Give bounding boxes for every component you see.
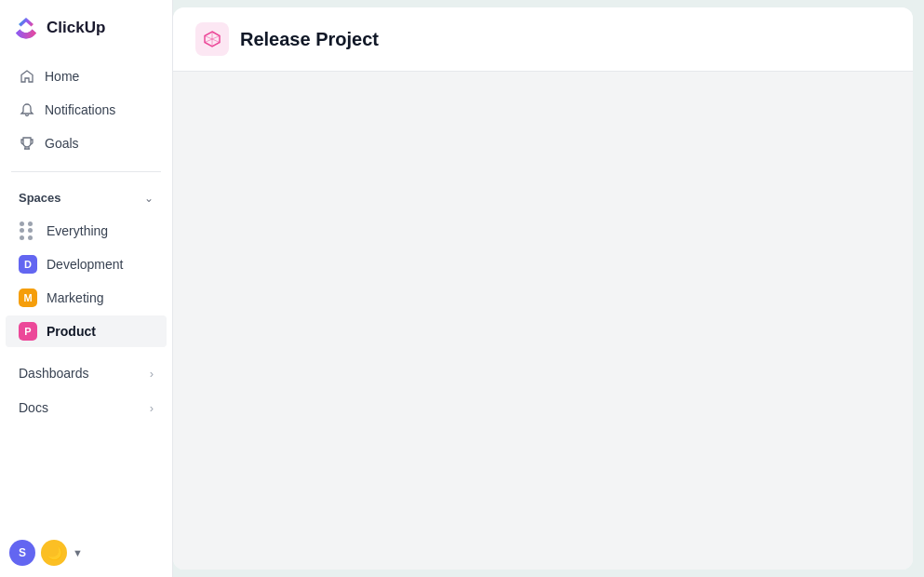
trophy-icon <box>19 135 35 152</box>
product-label: Product <box>47 324 96 339</box>
everything-label: Everything <box>47 223 108 238</box>
docs-label: Docs <box>19 400 48 415</box>
docs-left: Docs <box>19 400 48 415</box>
user-chevron-icon: ▼ <box>73 547 83 558</box>
main-body <box>173 72 913 570</box>
sidebar-item-notifications[interactable]: Notifications <box>6 94 167 126</box>
bottom-section: Dashboards › Docs › <box>0 356 172 425</box>
project-icon <box>195 22 229 56</box>
sidebar-item-marketing[interactable]: M Marketing <box>6 282 167 314</box>
development-avatar: D <box>19 255 37 274</box>
dashboards-left: Dashboards <box>19 366 89 381</box>
spaces-section-header[interactable]: Spaces ⌄ <box>6 183 167 212</box>
sidebar-item-notifications-label: Notifications <box>45 102 115 117</box>
user-status-emoji: 🌙 <box>41 540 67 566</box>
nav-section: Home Notifications Goals <box>0 56 172 164</box>
project-title: Release Project <box>240 29 379 50</box>
spaces-label: Spaces <box>19 191 61 205</box>
sidebar-item-development[interactable]: D Development <box>6 248 167 280</box>
sidebar-item-docs[interactable]: Docs › <box>6 391 167 424</box>
app-name: ClickUp <box>47 19 105 37</box>
sidebar-item-home[interactable]: Home <box>6 60 167 92</box>
clickup-logo-icon <box>13 15 39 41</box>
chevron-right-docs-icon: › <box>150 401 154 415</box>
main-content: Release Project <box>173 7 913 570</box>
development-label: Development <box>47 257 124 272</box>
logo-area[interactable]: ClickUp <box>0 0 172 56</box>
product-avatar: P <box>19 322 37 341</box>
dashboards-label: Dashboards <box>19 366 89 381</box>
sidebar-item-home-label: Home <box>45 69 79 84</box>
sidebar-item-dashboards[interactable]: Dashboards › <box>6 356 167 390</box>
user-avatar: S <box>9 540 35 566</box>
user-area[interactable]: S 🌙 ▼ <box>9 540 83 566</box>
marketing-label: Marketing <box>47 290 103 305</box>
marketing-avatar: M <box>19 288 37 307</box>
sidebar-item-everything[interactable]: Everything <box>6 215 167 247</box>
main-header: Release Project <box>173 7 913 72</box>
grid-icon <box>19 221 37 240</box>
chevron-down-icon: ⌄ <box>144 192 154 205</box>
sidebar-item-goals[interactable]: Goals <box>6 127 167 159</box>
sidebar-item-product[interactable]: P Product <box>6 315 167 347</box>
chevron-right-dashboards-icon: › <box>150 367 154 381</box>
sidebar-item-goals-label: Goals <box>45 136 79 151</box>
bell-icon <box>19 101 35 118</box>
sidebar: ClickUp Home Notifications <box>0 0 173 577</box>
nav-divider <box>11 171 161 172</box>
home-icon <box>19 68 35 85</box>
